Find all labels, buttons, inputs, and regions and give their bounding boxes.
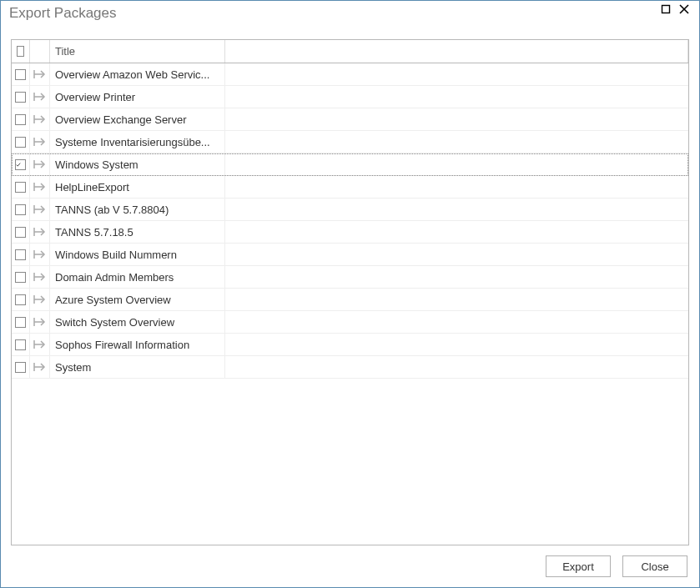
row-spacer-cell <box>225 199 688 220</box>
row-checkbox-cell[interactable] <box>12 199 30 220</box>
export-arrow-icon <box>33 181 48 193</box>
table-row[interactable]: Overview Amazon Web Servic... <box>12 63 688 86</box>
export-arrow-icon <box>33 113 48 125</box>
row-icon-cell <box>30 244 50 265</box>
row-checkbox-cell[interactable] <box>12 334 30 355</box>
close-button[interactable]: Close <box>622 555 687 577</box>
close-window-button[interactable] <box>676 1 692 18</box>
export-button[interactable]: Export <box>546 555 611 577</box>
row-spacer-cell <box>225 63 688 85</box>
row-spacer-cell <box>225 153 688 175</box>
row-checkbox[interactable] <box>15 272 26 283</box>
row-checkbox-cell[interactable] <box>12 153 30 175</box>
row-checkbox[interactable] <box>15 362 26 373</box>
export-arrow-icon <box>33 68 48 80</box>
row-spacer-cell <box>225 311 688 333</box>
table-row[interactable]: Systeme Inventarisierungsübe... <box>12 131 688 153</box>
table-row[interactable]: Azure System Overview <box>12 289 688 311</box>
export-arrow-icon <box>33 361 48 373</box>
footer: Export Close <box>1 545 699 587</box>
row-title-cell: Switch System Overview <box>50 311 225 333</box>
row-checkbox-cell[interactable] <box>12 266 30 288</box>
row-spacer-cell <box>225 266 688 288</box>
table-row[interactable]: Windows Build Nummern <box>12 244 688 266</box>
maximize-icon <box>661 4 671 14</box>
row-checkbox[interactable] <box>15 317 26 328</box>
export-arrow-icon <box>33 294 48 305</box>
row-checkbox-cell[interactable] <box>12 244 30 265</box>
row-title-cell: TANNS 5.7.18.5 <box>50 221 225 243</box>
grid-body[interactable]: Overview Amazon Web Servic...Overview Pr… <box>12 63 688 545</box>
maximize-button[interactable] <box>657 1 674 18</box>
row-icon-cell <box>30 289 50 310</box>
row-checkbox[interactable] <box>15 249 26 260</box>
row-spacer-cell <box>225 334 688 355</box>
titlebar: Export Packages <box>1 1 699 26</box>
row-checkbox[interactable] <box>15 92 26 103</box>
row-spacer-cell <box>225 356 688 378</box>
header-title-cell[interactable]: Title <box>50 40 225 63</box>
row-checkbox-cell[interactable] <box>12 176 30 198</box>
export-arrow-icon <box>33 339 48 350</box>
row-spacer-cell <box>225 244 688 265</box>
row-checkbox[interactable] <box>15 204 26 215</box>
row-title-cell: Systeme Inventarisierungsübe... <box>50 131 225 153</box>
row-icon-cell <box>30 153 50 175</box>
row-checkbox[interactable] <box>15 294 26 305</box>
row-icon-cell <box>30 63 50 85</box>
table-row[interactable]: TANNS 5.7.18.5 <box>12 221 688 244</box>
export-arrow-icon <box>33 91 48 103</box>
table-row[interactable]: Overview Exchange Server <box>12 108 688 131</box>
row-checkbox[interactable] <box>15 182 26 193</box>
row-spacer-cell <box>225 289 688 310</box>
export-arrow-icon <box>33 249 48 260</box>
header-checkbox-cell[interactable] <box>12 40 30 63</box>
header-spacer-cell <box>225 40 688 63</box>
row-checkbox-cell[interactable] <box>12 63 30 85</box>
row-checkbox-cell[interactable] <box>12 289 30 310</box>
export-arrow-icon <box>33 271 48 283</box>
table-row[interactable]: TANNS (ab V 5.7.8804) <box>12 199 688 221</box>
select-all-checkbox[interactable] <box>17 46 24 57</box>
content-area: Title Overview Amazon Web Servic...Overv… <box>1 26 699 545</box>
close-icon <box>679 4 689 14</box>
row-icon-cell <box>30 176 50 198</box>
export-arrow-icon <box>33 204 48 215</box>
table-row[interactable]: Overview Printer <box>12 86 688 108</box>
header-icon-cell <box>30 40 50 63</box>
export-packages-window: Export Packages Title Overview Am <box>0 0 700 588</box>
table-row[interactable]: Windows System <box>12 153 688 176</box>
row-icon-cell <box>30 86 50 108</box>
row-title-cell: Overview Amazon Web Servic... <box>50 63 225 85</box>
row-icon-cell <box>30 266 50 288</box>
row-checkbox[interactable] <box>15 69 26 80</box>
row-checkbox[interactable] <box>15 114 26 125</box>
row-checkbox[interactable] <box>15 159 26 170</box>
svg-rect-0 <box>662 6 670 13</box>
row-spacer-cell <box>225 221 688 243</box>
row-title-cell: Windows System <box>50 153 225 175</box>
export-arrow-icon <box>33 158 48 170</box>
row-spacer-cell <box>225 176 688 198</box>
row-icon-cell <box>30 334 50 355</box>
row-checkbox-cell[interactable] <box>12 86 30 108</box>
row-checkbox-cell[interactable] <box>12 131 30 153</box>
table-row[interactable]: System <box>12 356 688 379</box>
table-row[interactable]: Sophos Firewall Information <box>12 334 688 356</box>
row-checkbox-cell[interactable] <box>12 356 30 378</box>
row-title-cell: Overview Exchange Server <box>50 108 225 130</box>
table-row[interactable]: HelpLineExport <box>12 176 688 199</box>
row-icon-cell <box>30 131 50 153</box>
table-row[interactable]: Domain Admin Members <box>12 266 688 289</box>
row-checkbox-cell[interactable] <box>12 221 30 243</box>
row-checkbox[interactable] <box>15 339 26 350</box>
table-row[interactable]: Switch System Overview <box>12 311 688 334</box>
row-checkbox[interactable] <box>15 137 26 148</box>
row-checkbox[interactable] <box>15 227 26 238</box>
row-checkbox-cell[interactable] <box>12 108 30 130</box>
row-spacer-cell <box>225 131 688 153</box>
packages-grid: Title Overview Amazon Web Servic...Overv… <box>11 39 689 545</box>
grid-header: Title <box>12 40 688 63</box>
row-checkbox-cell[interactable] <box>12 311 30 333</box>
row-title-cell: System <box>50 356 225 378</box>
